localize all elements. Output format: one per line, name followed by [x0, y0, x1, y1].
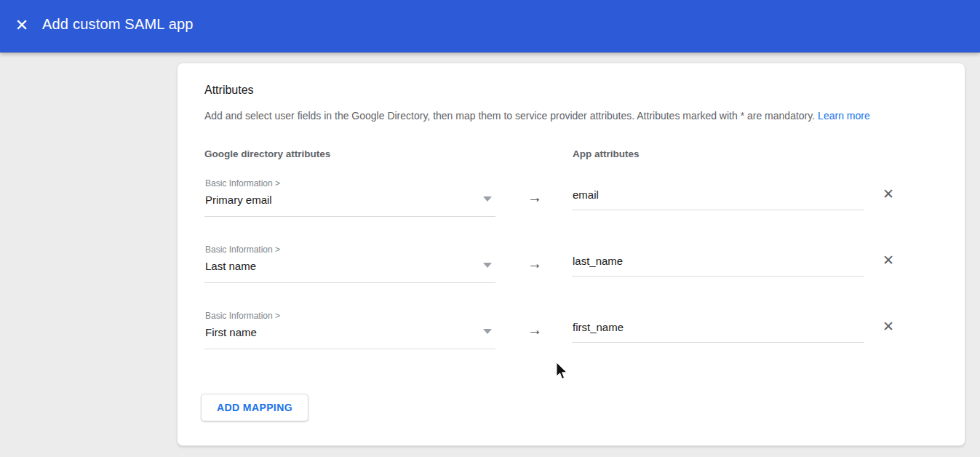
description-text: Add and select user fields in the Google…	[204, 110, 815, 122]
dropdown-arrow-icon[interactable]	[483, 196, 492, 202]
attribute-category-label: Basic Information >	[205, 178, 280, 188]
google-attribute-value: First name	[205, 326, 257, 338]
google-attribute-select[interactable]: Basic Information > Primary email	[204, 178, 495, 217]
google-attribute-value: Last name	[205, 260, 256, 272]
arrow-right-icon: →	[527, 255, 542, 272]
appbar: ✕ Add custom SAML app	[0, 0, 980, 52]
arrow-right-icon: →	[527, 189, 542, 206]
attribute-category-label: Basic Information >	[205, 245, 280, 255]
column-header-google-attributes: Google directory attributes	[204, 148, 330, 159]
mapping-row: Basic Information > Primary email → ✕	[204, 178, 939, 231]
app-attribute-input[interactable]	[572, 319, 864, 343]
add-mapping-button[interactable]: ADD MAPPING	[201, 394, 308, 421]
close-icon[interactable]: ✕	[12, 15, 32, 36]
google-attribute-select[interactable]: Basic Information > First name	[204, 311, 495, 349]
mapping-row: Basic Information > Last name → ✕	[204, 245, 939, 297]
delete-mapping-icon[interactable]: ✕	[880, 319, 896, 335]
dropdown-arrow-icon[interactable]	[483, 329, 492, 334]
dialog-title: Add custom SAML app	[42, 16, 194, 33]
dropdown-arrow-icon[interactable]	[483, 263, 492, 268]
google-attribute-value: Primary email	[205, 194, 272, 206]
attributes-card: Attributes Add and select user fields in…	[177, 63, 965, 446]
delete-mapping-icon[interactable]: ✕	[880, 186, 896, 202]
mapping-row: Basic Information > First name → ✕	[204, 311, 939, 363]
learn-more-link[interactable]: Learn more	[818, 110, 870, 122]
google-attribute-select[interactable]: Basic Information > Last name	[204, 245, 495, 283]
delete-mapping-icon[interactable]: ✕	[880, 253, 896, 269]
section-description: Add and select user fields in the Google…	[204, 110, 870, 122]
column-header-app-attributes: App attributes	[573, 148, 640, 159]
app-attribute-input[interactable]	[572, 187, 864, 210]
attribute-category-label: Basic Information >	[205, 311, 280, 321]
section-title: Attributes	[204, 84, 254, 97]
app-attribute-input[interactable]	[572, 253, 864, 277]
arrow-right-icon: →	[527, 322, 542, 338]
